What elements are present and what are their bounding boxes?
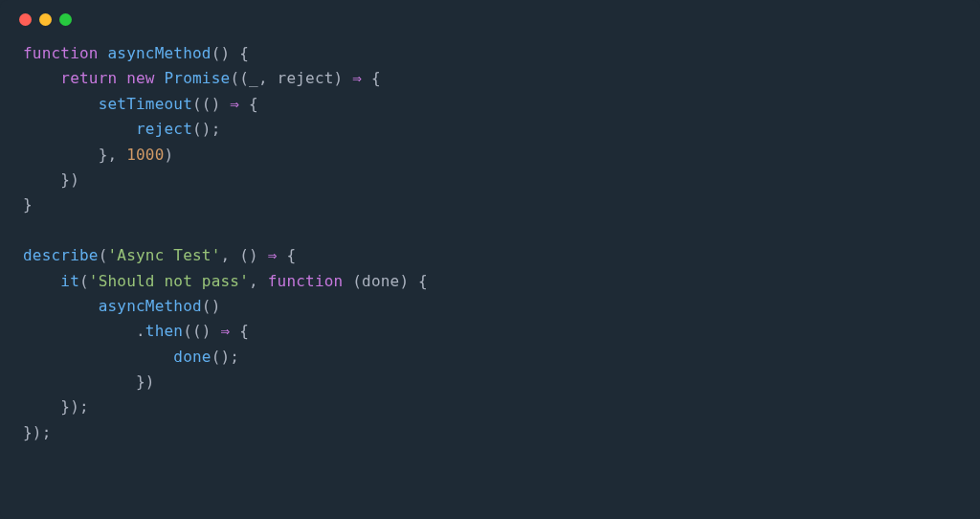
paren-open: ( — [79, 272, 89, 290]
semicolon: ; — [230, 348, 239, 366]
fn-setTimeout: setTimeout — [99, 95, 192, 113]
comma: , — [249, 272, 258, 290]
paren-open: ( — [239, 69, 249, 87]
space — [278, 246, 287, 264]
paren-close: ) — [165, 146, 174, 164]
close-icon[interactable] — [19, 13, 32, 26]
brace-open: { — [249, 95, 258, 113]
parens: () — [239, 246, 258, 264]
keyword-function: function — [268, 272, 344, 290]
paren-close: ) — [334, 69, 344, 87]
parens: () — [202, 95, 221, 113]
paren-close: ) — [145, 372, 155, 391]
semicolon: ; — [42, 423, 52, 441]
space — [117, 146, 126, 164]
parens: () — [202, 297, 221, 315]
comma: , — [221, 246, 231, 264]
paren-open: ( — [192, 95, 202, 113]
space — [99, 44, 108, 62]
brace-close: } — [60, 170, 70, 189]
space — [362, 69, 371, 87]
paren-close: ) — [70, 397, 79, 416]
parens: () — [192, 322, 212, 340]
brace-open: { — [418, 272, 428, 290]
brace-close: } — [23, 423, 33, 441]
comma: , — [258, 69, 268, 87]
arrow: ⇒ — [221, 322, 231, 340]
string-asynctest: 'Async Test' — [108, 246, 221, 264]
brace-close: } — [136, 372, 145, 391]
brace-open: { — [286, 246, 296, 264]
brace-open: { — [239, 44, 249, 62]
space — [409, 272, 418, 290]
space — [212, 322, 221, 340]
dot: . — [136, 322, 145, 340]
semicolon: ; — [79, 397, 89, 416]
fn-asyncMethod-call: asyncMethod — [99, 297, 202, 315]
semicolon: ; — [212, 120, 221, 138]
arrow: ⇒ — [268, 246, 278, 264]
space — [268, 69, 278, 87]
code-content: function asyncMethod() { return new Prom… — [0, 30, 980, 457]
keyword-new: new — [126, 69, 155, 87]
parens: () — [192, 120, 212, 138]
brace-open: { — [371, 69, 381, 87]
fn-then: then — [145, 322, 183, 340]
param-reject: reject — [278, 69, 334, 87]
fn-it: it — [60, 272, 79, 290]
space — [343, 69, 352, 87]
space — [343, 272, 352, 290]
minimize-icon[interactable] — [39, 13, 52, 26]
comma: , — [108, 146, 118, 164]
paren-close: ) — [33, 423, 42, 441]
paren-open: ( — [230, 69, 239, 87]
param-done: done — [362, 272, 399, 290]
arrow: ⇒ — [352, 69, 362, 87]
window-titlebar — [0, 0, 980, 30]
space — [230, 322, 239, 340]
paren-close: ) — [70, 170, 79, 189]
string-shouldnotpass: 'Should not pass' — [89, 272, 249, 290]
space — [117, 69, 126, 87]
keyword-function: function — [23, 44, 99, 62]
space — [155, 69, 165, 87]
arrow: ⇒ — [230, 95, 239, 113]
paren-close: ) — [399, 272, 409, 290]
brace-close: } — [23, 195, 33, 214]
number-timeout: 1000 — [126, 146, 164, 164]
fn-describe: describe — [23, 246, 99, 264]
fn-reject: reject — [136, 120, 192, 138]
paren-open: ( — [183, 322, 192, 340]
class-promise: Promise — [165, 69, 231, 87]
space — [239, 95, 249, 113]
space — [221, 95, 231, 113]
brace-close: } — [60, 397, 70, 416]
param-underscore: _ — [249, 69, 258, 87]
fn-done-call: done — [173, 348, 211, 366]
parens: () — [212, 44, 231, 62]
space — [230, 44, 239, 62]
space — [258, 272, 268, 290]
keyword-return: return — [60, 69, 117, 87]
space — [258, 246, 268, 264]
brace-close: } — [99, 146, 108, 164]
fn-asyncMethod: asyncMethod — [108, 44, 212, 62]
maximize-icon[interactable] — [59, 13, 72, 26]
space — [230, 246, 239, 264]
parens: () — [212, 348, 231, 366]
brace-open: { — [239, 322, 249, 340]
paren-open: ( — [352, 272, 362, 290]
code-window: function asyncMethod() { return new Prom… — [0, 0, 980, 519]
paren-open: ( — [99, 246, 108, 264]
